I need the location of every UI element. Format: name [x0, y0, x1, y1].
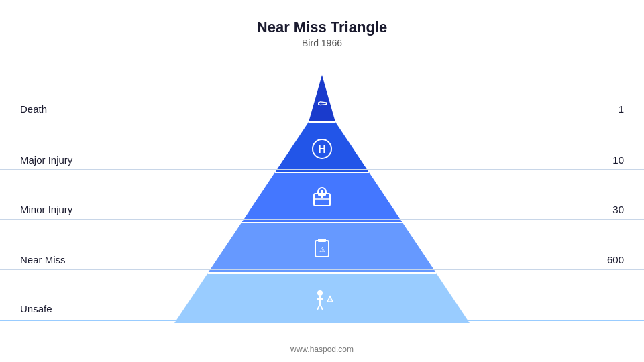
svg-point-12: [317, 290, 323, 296]
svg-rect-10: [318, 239, 326, 242]
minor-injury-value: 30: [612, 204, 624, 215]
major-injury-value: 10: [612, 154, 624, 166]
layer-unsafe: [174, 273, 470, 323]
pyramid-svg: ⚰ H ⚠ !: [154, 62, 490, 323]
unsafe-row: [0, 320, 644, 321]
footer: www.haspod.com: [0, 345, 644, 354]
near-miss-row: [0, 269, 644, 270]
major-injury-label: Major Injury: [20, 154, 72, 166]
major-injury-icon: H: [318, 143, 326, 155]
minor-injury-row: [0, 219, 644, 220]
death-value: 1: [619, 103, 624, 115]
death-icon: ⚰: [317, 97, 328, 111]
unsafe-label: Unsafe: [20, 303, 52, 314]
near-miss-value: 600: [607, 254, 624, 265]
minor-injury-label: Minor Injury: [20, 204, 72, 215]
major-injury-row: [0, 169, 644, 170]
chart-area: ⚰ H ⚠ ! Death 1 Major Injury 10 Minor In…: [0, 55, 644, 343]
page-title: Near Miss Triangle: [0, 0, 644, 36]
near-miss-label: Near Miss: [20, 254, 66, 265]
death-label: Death: [20, 103, 47, 115]
death-row: [0, 119, 644, 119]
svg-text:⚠: ⚠: [319, 246, 325, 253]
page-subtitle: Bird 1966: [0, 38, 644, 48]
